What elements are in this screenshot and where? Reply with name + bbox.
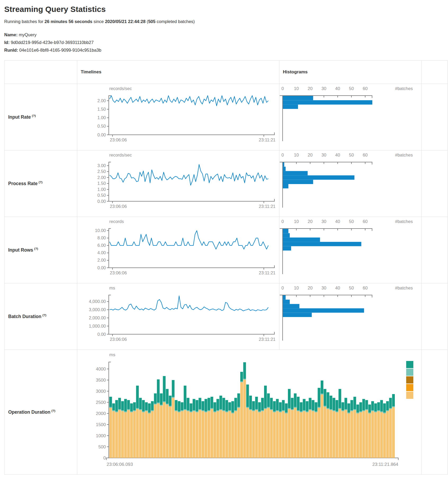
svg-text:0: 0 <box>281 153 284 157</box>
batch-duration-histogram-chart: 0102030405060#batches <box>279 285 421 346</box>
svg-text:60: 60 <box>363 219 368 224</box>
row-label-cell: Input Rows(?) <box>4 217 77 283</box>
svg-text:2500: 2500 <box>96 400 106 405</box>
query-runid: 04e101e6-8bf8-4165-9099-9104c951ba3b <box>19 48 101 52</box>
operation-duration-cell: ms4000350030002500200015001000500023:06:… <box>77 350 422 474</box>
query-runid-line: RunId: 04e101e6-8bf8-4165-9099-9104c951b… <box>4 46 448 54</box>
process-rate-timeline-chart: records/sec3.002.502.001.501.000.500.002… <box>77 152 279 211</box>
svg-text:0: 0 <box>281 285 284 290</box>
svg-text:10: 10 <box>294 153 299 157</box>
svg-text:20: 20 <box>308 219 313 224</box>
svg-text:ms: ms <box>109 352 115 357</box>
svg-text:#batches: #batches <box>395 285 413 290</box>
svg-text:40: 40 <box>335 219 340 224</box>
empty-header-cell <box>4 60 77 84</box>
svg-text:2.00: 2.00 <box>97 98 106 103</box>
spacer-cell <box>422 350 448 474</box>
svg-text:#batches: #batches <box>395 219 413 224</box>
svg-text:2.50: 2.50 <box>97 169 106 174</box>
svg-text:2.00: 2.00 <box>97 258 106 262</box>
streaming-query-statistics-page: Streaming Query Statistics Running batch… <box>0 0 448 482</box>
summary-text: since <box>92 19 105 24</box>
svg-text:0: 0 <box>103 456 106 461</box>
svg-text:23:06:06: 23:06:06 <box>110 270 127 275</box>
operation-duration-wrap: ms4000350030002500200015001000500023:06:… <box>77 351 421 470</box>
svg-text:1.00: 1.00 <box>97 187 106 191</box>
input-rate-histogram-chart: 0102030405060#batches <box>279 86 421 146</box>
operation-duration-stacked-chart: ms4000350030002500200015001000500023:06:… <box>77 351 421 470</box>
help-icon[interactable]: (?) <box>39 181 43 184</box>
row-label-cell: Process Rate(?) <box>4 150 77 217</box>
legend-swatch <box>406 361 413 368</box>
timeline-cell: records/sec3.002.502.001.501.000.500.002… <box>77 150 279 217</box>
svg-text:23:11:21.864: 23:11:21.864 <box>372 462 398 467</box>
name-label: Name: <box>4 32 17 37</box>
svg-text:0.50: 0.50 <box>97 124 106 128</box>
svg-text:0: 0 <box>281 219 284 224</box>
svg-text:30: 30 <box>322 285 326 290</box>
timeline-cell: records10.008.006.004.002.000.0023:06:06… <box>77 217 279 283</box>
statistics-table: Timelines Histograms Input Rate(?) recor… <box>4 60 448 475</box>
row-label-cell: Operation Duration(?) <box>4 350 77 474</box>
help-icon[interactable]: (?) <box>32 114 36 117</box>
page-title: Streaming Query Statistics <box>4 5 448 14</box>
svg-text:23:11:21: 23:11:21 <box>259 204 275 209</box>
svg-text:20: 20 <box>308 285 313 290</box>
legend-swatch <box>406 392 413 399</box>
svg-text:3,000.00: 3,000.00 <box>89 307 106 312</box>
svg-text:0.00: 0.00 <box>97 332 106 336</box>
id-label: Id: <box>4 40 10 45</box>
spacer-cell <box>422 84 448 150</box>
empty-header-cell <box>422 60 448 84</box>
svg-text:0.00: 0.00 <box>97 199 106 203</box>
query-id: 9d0dd219-995d-423e-b97d-36931110bb27 <box>11 40 94 45</box>
svg-text:30: 30 <box>322 153 326 157</box>
row-label: Batch Duration <box>8 314 41 319</box>
query-name-line: Name: myQuery <box>4 31 448 39</box>
svg-text:3500: 3500 <box>96 378 106 383</box>
svg-text:23:06:06.093: 23:06:06.093 <box>107 462 133 467</box>
svg-text:#batches: #batches <box>395 86 413 91</box>
row-label: Input Rows <box>8 247 33 253</box>
operation-duration-legend <box>406 361 413 399</box>
svg-text:23:11:21: 23:11:21 <box>259 337 275 342</box>
svg-text:10: 10 <box>294 86 299 91</box>
svg-text:4.00: 4.00 <box>97 250 106 255</box>
help-icon[interactable]: (?) <box>51 409 55 412</box>
svg-text:60: 60 <box>363 86 368 91</box>
svg-text:10: 10 <box>294 219 299 224</box>
table-header-row: Timelines Histograms <box>4 60 448 84</box>
table-row-batch-duration: Batch Duration(?) ms4,000.003,000.002,00… <box>4 283 448 350</box>
svg-text:records/sec: records/sec <box>109 153 132 157</box>
svg-text:10.00: 10.00 <box>95 228 106 233</box>
svg-text:50: 50 <box>349 219 354 224</box>
summary-text: completed batches) <box>155 19 195 24</box>
svg-text:records/sec: records/sec <box>109 86 132 91</box>
svg-text:20: 20 <box>308 153 313 157</box>
row-label-cell: Batch Duration(?) <box>4 283 77 350</box>
svg-text:40: 40 <box>335 285 340 290</box>
help-icon[interactable]: (?) <box>42 314 46 317</box>
svg-text:23:11:21: 23:11:21 <box>259 270 275 275</box>
input-rate-timeline-chart: records/sec2.001.501.000.500.0023:06:062… <box>77 86 279 145</box>
table-row-process-rate: Process Rate(?) records/sec3.002.502.001… <box>4 150 448 217</box>
svg-text:1,000.00: 1,000.00 <box>89 323 106 328</box>
timeline-cell: records/sec2.001.501.000.500.0023:06:062… <box>77 84 279 150</box>
timelines-header: Timelines <box>77 60 279 84</box>
process-rate-histogram-chart: 0102030405060#batches <box>279 152 421 213</box>
svg-text:50: 50 <box>349 86 354 91</box>
query-id-line: Id: 9d0dd219-995d-423e-b97d-36931110bb27 <box>4 39 448 46</box>
table-row-input-rate: Input Rate(?) records/sec2.001.501.000.5… <box>4 84 448 150</box>
table-row-input-rows: Input Rows(?) records10.008.006.004.002.… <box>4 217 448 283</box>
svg-text:40: 40 <box>335 153 340 157</box>
start-timestamp: 2020/05/21 22:44:28 <box>105 19 146 24</box>
running-duration: 26 minutes 56 seconds <box>44 19 92 24</box>
svg-text:4000: 4000 <box>96 367 106 372</box>
help-icon[interactable]: (?) <box>34 247 38 250</box>
svg-text:records: records <box>109 219 124 224</box>
svg-text:0.00: 0.00 <box>97 265 106 270</box>
svg-text:2,000.00: 2,000.00 <box>89 315 106 320</box>
svg-text:50: 50 <box>349 285 354 290</box>
svg-text:10: 10 <box>294 285 299 290</box>
svg-text:1.50: 1.50 <box>97 107 106 111</box>
